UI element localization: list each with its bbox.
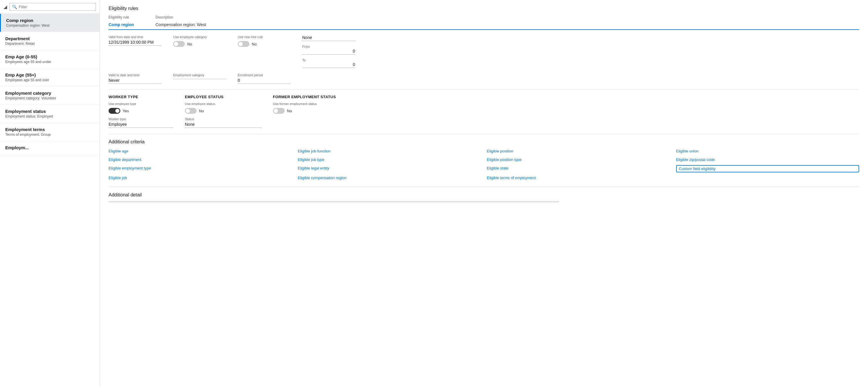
sidebar-item-0[interactable]: Comp regionCompensation region: West xyxy=(0,14,99,32)
criteria-link-12[interactable]: Eligible job xyxy=(108,175,292,181)
search-input[interactable] xyxy=(19,5,93,9)
additional-detail-title: Additional detail xyxy=(108,192,859,198)
valid-from-value[interactable]: 12/31/1999 10:00:00 PM xyxy=(108,40,161,46)
use-employee-type-toggle[interactable] xyxy=(108,108,120,114)
sidebar-item-title-2: Emp Age (0-55) xyxy=(5,54,94,59)
sidebar-item-title-0: Comp region xyxy=(6,18,94,23)
worker-type-field: Worker type Employee xyxy=(108,117,173,128)
tab-description[interactable]: Compensation region: West xyxy=(156,21,211,29)
use-employee-category-label: Use employee category xyxy=(173,35,226,39)
use-employee-status-slider xyxy=(185,108,196,114)
criteria-link-2[interactable]: Eligible position xyxy=(487,148,670,154)
use-new-hire-rule-toggle[interactable] xyxy=(238,41,249,47)
sidebar-item-sub-6: Terms of employment: Group xyxy=(5,133,94,137)
use-employee-category-toggle-row: No xyxy=(173,41,226,47)
sidebar-item-sub-3: Employees age 55 and over xyxy=(5,78,94,82)
sidebar-item-6[interactable]: Employment termsTerms of employment: Gro… xyxy=(0,123,99,141)
form-row-3: WORKER TYPE Use employee type Yes Worker… xyxy=(108,95,859,128)
use-new-hire-rule-field: Use new hire rule No xyxy=(238,35,290,47)
none-field: None From 0 To 0 xyxy=(302,35,355,68)
tab-eligibility-rule[interactable]: Comp region xyxy=(108,21,150,30)
use-employee-type-slider xyxy=(108,108,120,114)
use-employee-type-field: Use employee type Yes xyxy=(108,102,173,114)
valid-to-value[interactable]: Never xyxy=(108,78,161,84)
to-label: To xyxy=(302,58,306,62)
none-value[interactable]: None xyxy=(302,35,355,41)
criteria-link-9[interactable]: Eligible legal entity xyxy=(298,165,481,172)
criteria-link-3[interactable]: Eligible union xyxy=(676,148,860,154)
valid-from-label: Valid from date and time xyxy=(108,35,161,39)
enrollment-period-label: Enrollment period xyxy=(238,73,290,77)
criteria-link-1[interactable]: Eligible job function xyxy=(298,148,481,154)
filter-icon[interactable]: ◢ xyxy=(3,4,7,10)
use-employee-status-label: Use employee status xyxy=(185,102,261,106)
sidebar-item-title-3: Emp Age (55+) xyxy=(5,72,94,77)
search-icon: 🔍 xyxy=(12,4,17,9)
employment-category-label: Employment category xyxy=(173,73,226,77)
former-employment-column: FORMER EMPLOYMENT STATUS Use former empl… xyxy=(273,95,355,114)
employee-status-column: EMPLOYEE STATUS Use employee status No S… xyxy=(185,95,261,128)
former-employment-section-title: FORMER EMPLOYMENT STATUS xyxy=(273,95,355,99)
sidebar-item-title-5: Employment status xyxy=(5,109,94,114)
criteria-link-6[interactable]: Eligible position type xyxy=(487,156,670,163)
status-value[interactable]: None xyxy=(185,122,261,128)
valid-to-label: Valid to date and time xyxy=(108,73,161,77)
worker-type-column: WORKER TYPE Use employee type Yes Worker… xyxy=(108,95,173,128)
page-title: Eligibility rules xyxy=(108,6,859,11)
main-content: Eligibility rules Eligibility rule Comp … xyxy=(100,0,868,387)
worker-type-value[interactable]: Employee xyxy=(108,122,173,128)
valid-to-field: Valid to date and time Never xyxy=(108,73,161,84)
search-box[interactable]: 🔍 xyxy=(9,3,96,10)
sidebar-item-title-4: Employment category xyxy=(5,91,94,96)
use-employee-category-field: Use employee category No xyxy=(173,35,226,47)
from-value[interactable]: 0 xyxy=(302,49,355,55)
use-employee-category-value: No xyxy=(187,42,192,46)
tab-col-label-rule: Eligibility rule xyxy=(108,15,144,21)
enrollment-period-field: Enrollment period 0 xyxy=(238,73,290,84)
use-former-employment-field: Use former employment status No xyxy=(273,102,355,114)
use-employee-category-slider xyxy=(173,41,185,47)
additional-criteria-section: Additional criteria Eligible ageEligible… xyxy=(108,139,859,181)
use-former-employment-toggle[interactable] xyxy=(273,108,285,114)
additional-criteria-title: Additional criteria xyxy=(108,139,859,145)
sidebar-item-7[interactable]: Employm... xyxy=(0,141,99,155)
sidebar-item-1[interactable]: DepartmentDepartment: Retail xyxy=(0,32,99,50)
criteria-link-0[interactable]: Eligible age xyxy=(108,148,292,154)
form-row-2: Valid to date and time Never Employment … xyxy=(108,73,859,84)
sidebar-item-2[interactable]: Emp Age (0-55)Employees age 55 and under xyxy=(0,50,99,68)
criteria-link-10[interactable]: Eligible state xyxy=(487,165,670,172)
sidebar-item-3[interactable]: Emp Age (55+)Employees age 55 and over xyxy=(0,68,99,86)
criteria-link-13[interactable]: Eligible compensation region xyxy=(298,175,481,181)
employment-category-value[interactable] xyxy=(173,78,226,79)
criteria-link-8[interactable]: Eligible employment type xyxy=(108,165,292,172)
use-new-hire-rule-slider xyxy=(238,41,249,47)
sidebar-item-4[interactable]: Employment categoryEmployment category: … xyxy=(0,86,99,105)
sidebar-item-5[interactable]: Employment statusEmployment status: Empl… xyxy=(0,105,99,123)
form-row-1: Valid from date and time 12/31/1999 10:0… xyxy=(108,35,859,68)
use-former-employment-label: Use former employment status xyxy=(273,102,355,106)
criteria-link-5[interactable]: Eligible job type xyxy=(298,156,481,163)
use-new-hire-rule-toggle-row: No xyxy=(238,41,290,47)
criteria-link-14[interactable]: Eligible terms of employment xyxy=(487,175,670,181)
use-employee-status-value: No xyxy=(199,109,204,113)
enrollment-period-value[interactable]: 0 xyxy=(238,78,290,84)
worker-type-label: Worker type xyxy=(108,117,173,121)
use-employee-status-toggle[interactable] xyxy=(185,108,196,114)
criteria-link-11[interactable]: Custom field eligibility xyxy=(676,165,860,172)
sidebar-item-title-6: Employment terms xyxy=(5,127,94,132)
to-value[interactable]: 0 xyxy=(302,62,355,68)
tab-header: Eligibility rule Comp region Description… xyxy=(108,15,859,30)
use-employee-type-label: Use employee type xyxy=(108,102,173,106)
employment-category-field: Employment category xyxy=(173,73,226,79)
divider-3 xyxy=(108,187,859,187)
criteria-link-4[interactable]: Eligible department xyxy=(108,156,292,163)
sidebar-item-sub-0: Compensation region: West xyxy=(6,24,94,28)
criteria-link-7[interactable]: Eligible zip/postal code xyxy=(676,156,860,163)
divider-2 xyxy=(108,134,859,134)
use-employee-category-toggle[interactable] xyxy=(173,41,185,47)
tab-col-label-desc: Description xyxy=(156,15,211,21)
sidebar-item-sub-2: Employees age 55 and under xyxy=(5,60,94,64)
detail-bar xyxy=(108,201,559,202)
sidebar-header: ◢ 🔍 xyxy=(0,0,99,14)
form-section: Valid from date and time 12/31/1999 10:0… xyxy=(108,35,859,128)
